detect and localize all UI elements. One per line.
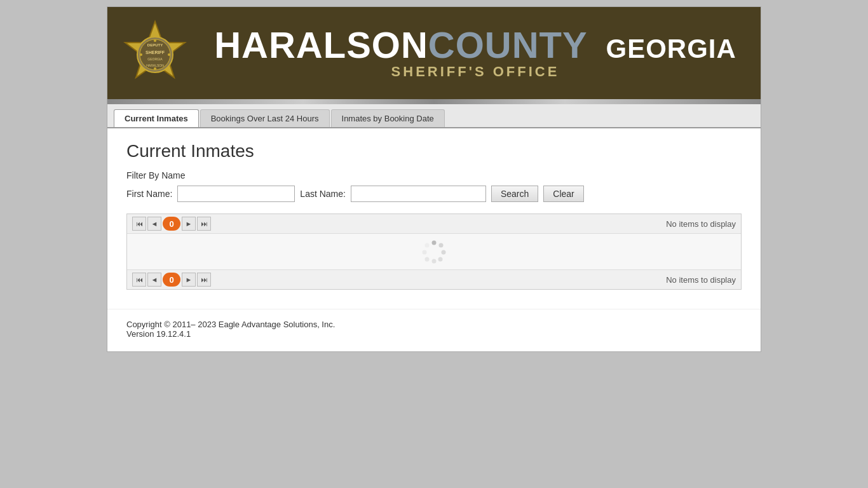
svg-point-16 xyxy=(425,257,430,262)
last-name-input[interactable] xyxy=(351,186,486,202)
svg-point-7 xyxy=(140,53,142,56)
loading-spinner xyxy=(421,239,447,264)
pag-controls-bottom: ⏮ ◄ 0 ► ⏭ xyxy=(132,273,211,287)
app-container: DEPUTY SHERIFF GEORGIA HARALSON HARALSON… xyxy=(107,6,761,352)
page-title: Current Inmates xyxy=(126,141,742,161)
svg-point-9 xyxy=(154,39,156,42)
tab-current-inmates[interactable]: Current Inmates xyxy=(114,109,199,127)
dept-name: SHERIFF'S OFFICE xyxy=(203,64,748,80)
svg-text:DEPUTY: DEPUTY xyxy=(147,43,163,47)
agency-county: COUNTY xyxy=(428,24,587,65)
pag-next-btn-top[interactable]: ► xyxy=(182,217,196,231)
footer: Copyright © 2011– 2023 Eagle Advantage S… xyxy=(107,309,761,351)
svg-point-12 xyxy=(439,243,444,248)
pag-count-top: 0 xyxy=(163,217,180,231)
svg-point-10 xyxy=(154,67,156,70)
pag-first-btn-top[interactable]: ⏮ xyxy=(132,217,146,231)
agency-name: HARALSONCOUNTY GEORGIA xyxy=(203,27,748,64)
svg-text:HARALSON: HARALSON xyxy=(146,64,164,67)
no-items-top: No items to display xyxy=(666,219,736,229)
header-banner: DEPUTY SHERIFF GEORGIA HARALSON HARALSON… xyxy=(107,7,761,99)
pag-controls-top: ⏮ ◄ 0 ► ⏭ xyxy=(132,217,211,231)
main-content: Current Inmates Filter By Name First Nam… xyxy=(107,128,761,309)
last-name-label: Last Name: xyxy=(300,189,346,199)
agency-state: GEORGIA xyxy=(598,34,736,64)
svg-point-17 xyxy=(423,250,427,255)
svg-point-15 xyxy=(432,259,437,264)
version-text: Version 19.12.4.1 xyxy=(126,329,742,339)
clear-button[interactable]: Clear xyxy=(543,186,583,202)
pag-last-btn-top[interactable]: ⏭ xyxy=(197,217,211,231)
filter-label: Filter By Name xyxy=(126,170,742,180)
pag-prev-btn-top[interactable]: ◄ xyxy=(147,217,161,231)
svg-point-18 xyxy=(425,243,430,248)
pag-count-bottom: 0 xyxy=(163,273,180,287)
pagination-bar-top: ⏮ ◄ 0 ► ⏭ No items to display xyxy=(127,214,741,234)
pag-prev-btn-bottom[interactable]: ◄ xyxy=(147,273,161,287)
grid-body xyxy=(127,234,741,269)
pag-last-btn-bottom[interactable]: ⏭ xyxy=(197,273,211,287)
first-name-label: First Name: xyxy=(126,189,172,199)
tab-booking-date[interactable]: Inmates by Booking Date xyxy=(331,109,445,127)
pagination-bar-bottom: ⏮ ◄ 0 ► ⏭ No items to display xyxy=(127,269,741,289)
svg-point-11 xyxy=(432,241,437,245)
header-title-block: HARALSONCOUNTY GEORGIA SHERIFF'S OFFICE xyxy=(203,27,748,80)
pag-next-btn-bottom[interactable]: ► xyxy=(182,273,196,287)
filter-row: First Name: Last Name: Search Clear xyxy=(126,186,742,202)
tab-bookings-24h[interactable]: Bookings Over Last 24 Hours xyxy=(200,109,330,127)
sheriff-badge: DEPUTY SHERIFF GEORGIA HARALSON xyxy=(120,18,190,88)
svg-text:SHERIFF: SHERIFF xyxy=(146,50,165,55)
header-stripe xyxy=(107,99,761,104)
search-button[interactable]: Search xyxy=(491,186,538,202)
data-grid: ⏮ ◄ 0 ► ⏭ No items to display xyxy=(126,214,742,290)
first-name-input[interactable] xyxy=(177,186,295,202)
svg-point-13 xyxy=(442,250,446,255)
pag-first-btn-bottom[interactable]: ⏮ xyxy=(132,273,146,287)
agency-haralson: HARALSON xyxy=(214,24,428,65)
tab-bar: Current Inmates Bookings Over Last 24 Ho… xyxy=(107,104,761,128)
no-items-bottom: No items to display xyxy=(666,275,736,285)
svg-point-8 xyxy=(168,53,170,56)
svg-point-14 xyxy=(438,257,443,262)
copyright-text: Copyright © 2011– 2023 Eagle Advantage S… xyxy=(126,320,742,329)
svg-text:GEORGIA: GEORGIA xyxy=(147,57,163,61)
